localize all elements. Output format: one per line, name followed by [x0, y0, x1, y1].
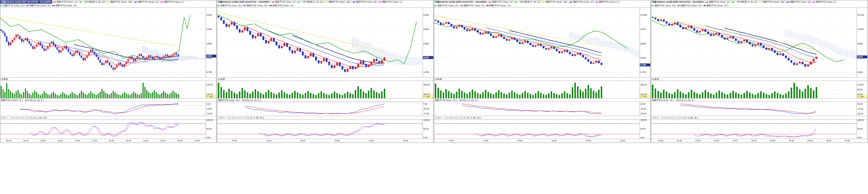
chart-window-1: 日経225mini 11/09( 5分) 2011/07/28 - 2011/0… — [0, 0, 217, 143]
chart-title[interactable]: 日経225mini 11/09( 15分) 2011/07/22 - 2011/… — [217, 0, 270, 4]
stochastics-chart[interactable]: 100.0050.000.00 — [0, 119, 217, 139]
stochastics-chart[interactable]: 100.0050.000.00 — [651, 119, 868, 139]
legend-label: 移動平均( Close, 40 ) — [29, 4, 51, 7]
legend-color-icon — [489, 2, 491, 2]
legend-label: 移動平均( Close, 20 ) — [790, 0, 811, 4]
legend-label: 一目均衡表( 9, 26, 52 ) — [301, 0, 324, 4]
legend-item[interactable]: 一目均衡表( 9, 26, 52 ) — [80, 0, 106, 4]
legend-item[interactable]: 移動平均( Close, 25 ) — [217, 4, 242, 7]
legend-item[interactable]: 移動平均( Close, 10 ) — [489, 0, 514, 4]
time-label: 12:00 — [618, 140, 627, 142]
legend-color-icon — [487, 5, 489, 6]
legend-label: 移動平均( Close, 10 ) — [709, 0, 731, 4]
legend-item[interactable]: 移動平均( Close, 75 ) — [704, 4, 728, 7]
price-chart[interactable]: 9,9459,9059,8659,8259,7859,830 — [0, 7, 217, 77]
volume-chart[interactable]: 135.0090.0045.00C: 1000 — [651, 81, 868, 98]
legend-label: 移動平均( Close, 10 ) — [57, 0, 78, 4]
legend-item[interactable]: 一目均衡表( 9, 26, 52 ) — [298, 0, 324, 4]
legend-item[interactable]: 移動平均( Close, 5 ) — [596, 0, 619, 4]
stochastics-chart[interactable]: 100.0050.000.00 — [434, 119, 651, 139]
stochastics-chart[interactable]: 100.0050.000.00 — [217, 119, 434, 139]
current-price-badge: 9,826 — [423, 56, 429, 59]
legend-item[interactable]: 移動平均( Close, 150 ) — [107, 0, 133, 4]
legend-item[interactable]: 移動平均( Close, 40 ) — [677, 4, 702, 7]
legend-color-icon — [515, 2, 517, 2]
legend-label: 移動平均( Close, 25 ) — [654, 4, 676, 7]
legend-item[interactable]: 移動平均( Close, 20 ) — [134, 0, 159, 4]
time-label: 16:30 — [825, 140, 833, 142]
legend-item[interactable]: 移動平均( Close, 75 ) — [53, 4, 77, 7]
price-chart[interactable]: 10,0509,9759,9009,8259,7509,788 — [434, 7, 651, 77]
time-label: 20:00 — [124, 140, 133, 142]
volume-chart[interactable]: 210.00105.00C: 1000 — [0, 81, 217, 98]
legend-item[interactable]: 一目均衡表( 9, 26, 52 ) — [732, 0, 758, 4]
legend-item[interactable]: 移動平均( Close, 25 ) — [434, 4, 459, 7]
legend-item[interactable]: 移動平均( Close, 150 ) — [542, 0, 568, 4]
legend-color-icon — [786, 2, 789, 2]
legend-item[interactable]: 移動平均( Close, 20 ) — [786, 0, 811, 4]
legend-item[interactable]: 移動平均( Close, 5 ) — [813, 0, 836, 4]
chart-title[interactable]: 日経225mini 11/09( 60分) 2011/07/22 - 2011/… — [651, 0, 704, 4]
stochastics-panel-label: スロー・ストキャスティクス( 14, 3, 80, 20 ) — [651, 116, 867, 119]
legend-item[interactable]: 移動平均( Close, 10 ) — [53, 0, 78, 4]
volume-chart[interactable]: 450.00225.00C: 1000 — [434, 81, 651, 98]
legend-item[interactable]: 移動平均( Close, 75 ) — [487, 4, 511, 7]
time-label: 22:40 — [159, 140, 167, 142]
price-chart[interactable]: 9,9459,9059,8659,8259,7859,826 — [217, 7, 434, 77]
time-label: 07/28 — [516, 140, 524, 142]
price-axis-label: 9,975 — [640, 28, 646, 30]
legend-color-icon — [272, 2, 274, 2]
time-label: 18:40 — [107, 140, 116, 142]
legend-label: 移動平均( Close, 25 ) — [3, 4, 25, 7]
legend-item[interactable]: 移動平均( Close, 20 ) — [569, 0, 594, 4]
time-label: 12:00 — [482, 140, 490, 142]
legend-item[interactable]: 移動平均( Close, 5 ) — [160, 0, 184, 4]
time-label: 07/29 — [806, 140, 814, 142]
legend-item[interactable]: 移動平均( Close, 10 ) — [706, 0, 731, 4]
stoch-axis-label: 0.00 — [206, 136, 211, 139]
legend-color-icon — [53, 2, 56, 2]
legend-color-icon — [80, 2, 82, 2]
volume-chart[interactable]: 300.00150.00C: 1000 — [217, 81, 434, 98]
legend-item[interactable]: 移動平均( Close, 40 ) — [243, 4, 268, 7]
legend-label: 移動平均( Close, 5 ) — [164, 0, 184, 4]
legend-label: 移動平均( Close, 150 ) — [110, 0, 133, 4]
time-label: 20:00 — [299, 140, 307, 142]
legend-color-icon — [0, 5, 3, 6]
legend-item[interactable]: 移動平均( Close, 150 ) — [759, 0, 785, 4]
stoch-axis-label: 50.00 — [423, 128, 429, 130]
time-label: 07/28 — [769, 140, 777, 142]
legend-label: 移動平均( Close, 75 ) — [56, 4, 77, 7]
legend-color-icon — [325, 2, 328, 2]
macd-chart[interactable]: 0.00-35.00-70.00 — [217, 102, 434, 116]
stoch-axis-label: 0.00 — [423, 136, 428, 139]
volume-panel-label: 出来高 — [434, 77, 650, 81]
legend-label: 移動平均( Close, 25 ) — [437, 4, 459, 7]
chart-title[interactable]: 日経225mini 11/09( 5分) 2011/07/28 - 2011/0… — [0, 0, 52, 4]
macd-chart[interactable]: 35.00-10.00-55.00 — [651, 102, 868, 116]
legend-item[interactable]: 移動平均( Close, 5 ) — [379, 0, 402, 4]
macd-chart[interactable]: 0.00-35.00-70.00 — [0, 102, 217, 116]
chart-title[interactable]: 日経225mini 11/09( 30分) 2011/07/22 - 2011/… — [434, 0, 487, 4]
legend-item[interactable]: 移動平均( Close, 75 ) — [270, 4, 294, 7]
legend-color-icon — [596, 2, 598, 2]
stoch-axis-label: 50.00 — [640, 128, 646, 130]
legend-item[interactable]: 移動平均( Close, 150 ) — [325, 0, 351, 4]
price-chart[interactable]: 10,14010,0659,9909,9159,8409,920 — [651, 7, 868, 77]
legend-label: 移動平均( Close, 40 ) — [463, 4, 485, 7]
legend-item[interactable]: 移動平均( Close, 10 ) — [272, 0, 297, 4]
legend-item[interactable]: 移動平均( Close, 40 ) — [26, 4, 51, 7]
stochastics-panel-label: スロー・ストキャスティクス( 14, 3, 80, 20 ) — [217, 116, 433, 119]
legend-label: 移動平均( Close, 150 ) — [329, 0, 351, 4]
legend-color-icon — [243, 5, 246, 6]
legend-item[interactable]: 移動平均( Close, 25 ) — [651, 4, 676, 7]
legend-item[interactable]: 移動平均( Close, 20 ) — [352, 0, 377, 4]
time-axis: 07/2516:3007/2616:3007/2716:3007/2816:30… — [651, 139, 867, 143]
legend-color-icon — [542, 2, 545, 2]
macd-panel-label: 移動平均( Close, 75 ) MACD( 12, 26, 9 ) — [651, 98, 867, 102]
legend-item[interactable]: 一目均衡表( 9, 26, 52 ) — [515, 0, 541, 4]
legend-item[interactable]: 移動平均( Close, 40 ) — [460, 4, 485, 7]
volume-axis-label: 135.00 — [857, 83, 864, 86]
macd-chart[interactable]: 20.00-20.00-60.00 — [434, 102, 651, 116]
legend-item[interactable]: 移動平均( Close, 25 ) — [0, 4, 25, 7]
